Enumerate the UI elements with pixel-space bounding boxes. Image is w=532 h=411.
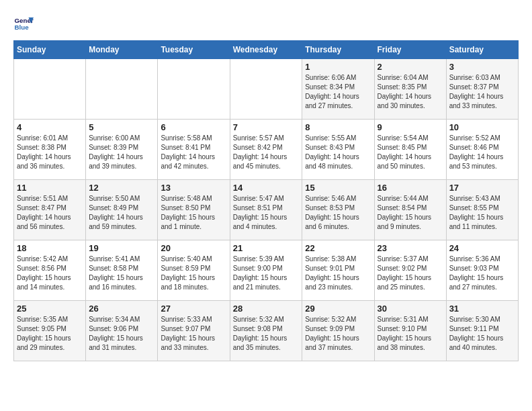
day-number: 4 bbox=[17, 122, 83, 132]
day-info: Sunrise: 5:37 AMSunset: 9:02 PMDaylight:… bbox=[378, 255, 443, 292]
day-info: Sunrise: 5:36 AMSunset: 9:03 PMDaylight:… bbox=[449, 255, 515, 292]
calendar-cell bbox=[14, 59, 86, 120]
day-number: 3 bbox=[449, 62, 515, 72]
calendar-cell: 9Sunrise: 5:54 AMSunset: 8:45 PMDaylight… bbox=[374, 120, 446, 180]
day-info: Sunrise: 6:03 AMSunset: 8:37 PMDaylight:… bbox=[449, 73, 515, 111]
header-wednesday: Wednesday bbox=[230, 41, 302, 59]
calendar-cell: 31Sunrise: 5:30 AMSunset: 9:11 PMDayligh… bbox=[446, 301, 518, 361]
day-info: Sunrise: 6:04 AMSunset: 8:35 PMDaylight:… bbox=[378, 73, 443, 111]
day-info: Sunrise: 5:32 AMSunset: 9:08 PMDaylight:… bbox=[233, 315, 300, 353]
day-number: 2 bbox=[378, 62, 443, 72]
calendar-cell: 8Sunrise: 5:55 AMSunset: 8:43 PMDaylight… bbox=[302, 120, 374, 180]
logo: General Blue bbox=[13, 13, 36, 34]
calendar-cell: 12Sunrise: 5:50 AMSunset: 8:49 PMDayligh… bbox=[86, 180, 158, 240]
header-thursday: Thursday bbox=[302, 41, 374, 59]
calendar-cell: 25Sunrise: 5:35 AMSunset: 9:05 PMDayligh… bbox=[14, 301, 86, 361]
day-info: Sunrise: 5:31 AMSunset: 9:10 PMDaylight:… bbox=[378, 315, 443, 353]
day-info: Sunrise: 5:40 AMSunset: 8:59 PMDaylight:… bbox=[161, 255, 226, 292]
day-number: 25 bbox=[17, 304, 83, 314]
calendar-cell: 18Sunrise: 5:42 AMSunset: 8:56 PMDayligh… bbox=[14, 240, 86, 301]
calendar-cell: 30Sunrise: 5:31 AMSunset: 9:10 PMDayligh… bbox=[374, 301, 446, 361]
day-info: Sunrise: 5:55 AMSunset: 8:43 PMDaylight:… bbox=[305, 134, 371, 171]
day-info: Sunrise: 5:39 AMSunset: 9:00 PMDaylight:… bbox=[233, 255, 300, 292]
header-tuesday: Tuesday bbox=[158, 41, 230, 59]
day-info: Sunrise: 5:58 AMSunset: 8:41 PMDaylight:… bbox=[161, 134, 226, 171]
calendar-cell: 24Sunrise: 5:36 AMSunset: 9:03 PMDayligh… bbox=[446, 240, 518, 301]
day-info: Sunrise: 6:01 AMSunset: 8:38 PMDaylight:… bbox=[17, 134, 83, 171]
day-info: Sunrise: 5:33 AMSunset: 9:07 PMDaylight:… bbox=[161, 315, 226, 353]
header-monday: Monday bbox=[86, 41, 158, 59]
calendar-cell: 11Sunrise: 5:51 AMSunset: 8:47 PMDayligh… bbox=[14, 180, 86, 240]
day-number: 24 bbox=[449, 243, 515, 253]
calendar-cell: 4Sunrise: 6:01 AMSunset: 8:38 PMDaylight… bbox=[14, 120, 86, 180]
week-row-3: 11Sunrise: 5:51 AMSunset: 8:47 PMDayligh… bbox=[14, 180, 519, 240]
calendar-cell: 16Sunrise: 5:44 AMSunset: 8:54 PMDayligh… bbox=[374, 180, 446, 240]
day-number: 5 bbox=[89, 122, 154, 132]
day-info: Sunrise: 5:57 AMSunset: 8:42 PMDaylight:… bbox=[233, 134, 300, 171]
day-info: Sunrise: 5:42 AMSunset: 8:56 PMDaylight:… bbox=[17, 255, 83, 292]
calendar-cell: 20Sunrise: 5:40 AMSunset: 8:59 PMDayligh… bbox=[158, 240, 230, 301]
day-info: Sunrise: 5:30 AMSunset: 9:11 PMDaylight:… bbox=[449, 315, 515, 353]
header-sunday: Sunday bbox=[14, 41, 86, 59]
calendar-cell: 19Sunrise: 5:41 AMSunset: 8:58 PMDayligh… bbox=[86, 240, 158, 301]
day-info: Sunrise: 6:06 AMSunset: 8:34 PMDaylight:… bbox=[305, 73, 371, 111]
calendar-cell bbox=[230, 59, 302, 120]
day-number: 8 bbox=[305, 122, 371, 132]
day-number: 23 bbox=[378, 243, 443, 253]
day-info: Sunrise: 5:41 AMSunset: 8:58 PMDaylight:… bbox=[89, 255, 154, 292]
calendar-cell: 7Sunrise: 5:57 AMSunset: 8:42 PMDaylight… bbox=[230, 120, 302, 180]
day-number: 15 bbox=[305, 183, 371, 193]
day-info: Sunrise: 5:47 AMSunset: 8:51 PMDaylight:… bbox=[233, 194, 300, 232]
day-number: 13 bbox=[161, 183, 226, 193]
page-header: General Blue bbox=[13, 13, 519, 34]
logo-icon: General Blue bbox=[13, 13, 34, 34]
day-info: Sunrise: 5:46 AMSunset: 8:53 PMDaylight:… bbox=[305, 194, 371, 232]
calendar-cell: 1Sunrise: 6:06 AMSunset: 8:34 PMDaylight… bbox=[302, 59, 374, 120]
calendar-cell: 23Sunrise: 5:37 AMSunset: 9:02 PMDayligh… bbox=[374, 240, 446, 301]
day-number: 31 bbox=[449, 304, 515, 314]
calendar-cell: 10Sunrise: 5:52 AMSunset: 8:46 PMDayligh… bbox=[446, 120, 518, 180]
day-number: 26 bbox=[89, 304, 154, 314]
day-info: Sunrise: 5:52 AMSunset: 8:46 PMDaylight:… bbox=[449, 134, 515, 171]
day-info: Sunrise: 5:34 AMSunset: 9:06 PMDaylight:… bbox=[89, 315, 154, 353]
day-number: 17 bbox=[449, 183, 515, 193]
calendar-cell: 3Sunrise: 6:03 AMSunset: 8:37 PMDaylight… bbox=[446, 59, 518, 120]
day-number: 19 bbox=[89, 243, 154, 253]
day-info: Sunrise: 5:38 AMSunset: 9:01 PMDaylight:… bbox=[305, 255, 371, 292]
day-number: 11 bbox=[17, 183, 83, 193]
calendar-cell: 28Sunrise: 5:32 AMSunset: 9:08 PMDayligh… bbox=[230, 301, 302, 361]
day-number: 10 bbox=[449, 122, 515, 132]
calendar-cell: 27Sunrise: 5:33 AMSunset: 9:07 PMDayligh… bbox=[158, 301, 230, 361]
svg-text:Blue: Blue bbox=[15, 24, 30, 31]
calendar-table: SundayMondayTuesdayWednesdayThursdayFrid… bbox=[13, 40, 519, 361]
day-number: 7 bbox=[233, 122, 300, 132]
day-number: 6 bbox=[161, 122, 226, 132]
calendar-cell bbox=[86, 59, 158, 120]
day-number: 1 bbox=[305, 62, 371, 72]
calendar-cell: 13Sunrise: 5:48 AMSunset: 8:50 PMDayligh… bbox=[158, 180, 230, 240]
day-number: 20 bbox=[161, 243, 226, 253]
day-info: Sunrise: 5:32 AMSunset: 9:09 PMDaylight:… bbox=[305, 315, 371, 353]
week-row-1: 1Sunrise: 6:06 AMSunset: 8:34 PMDaylight… bbox=[14, 59, 519, 120]
day-number: 22 bbox=[305, 243, 371, 253]
week-row-5: 25Sunrise: 5:35 AMSunset: 9:05 PMDayligh… bbox=[14, 301, 519, 361]
day-number: 16 bbox=[378, 183, 443, 193]
day-number: 12 bbox=[89, 183, 154, 193]
week-row-2: 4Sunrise: 6:01 AMSunset: 8:38 PMDaylight… bbox=[14, 120, 519, 180]
calendar-cell: 26Sunrise: 5:34 AMSunset: 9:06 PMDayligh… bbox=[86, 301, 158, 361]
calendar-cell: 6Sunrise: 5:58 AMSunset: 8:41 PMDaylight… bbox=[158, 120, 230, 180]
day-info: Sunrise: 6:00 AMSunset: 8:39 PMDaylight:… bbox=[89, 134, 154, 171]
calendar-cell: 2Sunrise: 6:04 AMSunset: 8:35 PMDaylight… bbox=[374, 59, 446, 120]
day-number: 21 bbox=[233, 243, 300, 253]
day-info: Sunrise: 5:44 AMSunset: 8:54 PMDaylight:… bbox=[378, 194, 443, 232]
day-number: 27 bbox=[161, 304, 226, 314]
day-info: Sunrise: 5:48 AMSunset: 8:50 PMDaylight:… bbox=[161, 194, 226, 232]
calendar-cell: 29Sunrise: 5:32 AMSunset: 9:09 PMDayligh… bbox=[302, 301, 374, 361]
day-number: 18 bbox=[17, 243, 83, 253]
day-number: 14 bbox=[233, 183, 300, 193]
calendar-cell: 14Sunrise: 5:47 AMSunset: 8:51 PMDayligh… bbox=[230, 180, 302, 240]
calendar-cell: 5Sunrise: 6:00 AMSunset: 8:39 PMDaylight… bbox=[86, 120, 158, 180]
calendar-cell: 15Sunrise: 5:46 AMSunset: 8:53 PMDayligh… bbox=[302, 180, 374, 240]
header-saturday: Saturday bbox=[446, 41, 518, 59]
day-info: Sunrise: 5:51 AMSunset: 8:47 PMDaylight:… bbox=[17, 194, 83, 232]
